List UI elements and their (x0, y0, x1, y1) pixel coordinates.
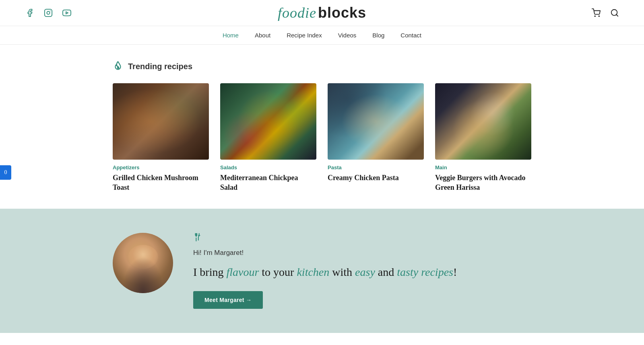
nav-item-recipe-index[interactable]: Recipe Index (287, 32, 322, 39)
header-actions (591, 8, 620, 18)
about-text: Hi! I'm Margaret! I bring flavour to you… (193, 233, 531, 309)
main-nav: Home About Recipe Index Videos Blog Cont… (0, 26, 644, 45)
about-avatar (113, 233, 173, 293)
recipe-title-1: Grilled Chicken Mushroom Toast (113, 173, 209, 193)
nav-item-videos[interactable]: Videos (338, 32, 357, 39)
youtube-icon[interactable] (61, 7, 72, 18)
search-icon[interactable] (609, 8, 620, 18)
tagline-italic2: kitchen (297, 266, 329, 278)
about-section: Hi! I'm Margaret! I bring flavour to you… (0, 209, 644, 333)
fork-knife-icon (193, 233, 531, 244)
recipe-image-3 (328, 83, 424, 160)
recipe-title-2: Mediterranean Chickpea Salad (220, 173, 316, 193)
svg-point-4 (599, 16, 599, 16)
meet-margaret-button[interactable]: Meet Margaret → (193, 291, 263, 309)
nav-item-home[interactable]: Home (223, 32, 239, 39)
svg-marker-2 (66, 12, 68, 14)
svg-line-6 (616, 14, 618, 16)
main-content: Trending recipes Appetizers Grilled Chic… (0, 45, 644, 209)
tagline-plain4: and (375, 266, 397, 278)
tagline-end: ! (453, 266, 457, 278)
sidebar-widget-label: 0 (4, 169, 7, 176)
flame-icon (113, 61, 124, 72)
recipe-image-4 (435, 83, 531, 160)
section-title-trending: Trending recipes (128, 62, 192, 71)
recipe-card-3[interactable]: Pasta Creamy Chicken Pasta (328, 83, 424, 193)
about-tagline: I bring flavour to your kitchen with eas… (193, 264, 531, 280)
social-links (24, 7, 72, 18)
header: foodie blocks (0, 0, 644, 26)
cart-icon[interactable] (591, 8, 601, 18)
tagline-plain3: with (329, 266, 355, 278)
nav-item-blog[interactable]: Blog (372, 32, 384, 39)
svg-rect-0 (45, 9, 52, 16)
nav-item-about[interactable]: About (255, 32, 270, 39)
tagline-plain1: I bring (193, 266, 226, 278)
recipe-category-4: Main (435, 164, 531, 170)
recipes-grid: Appetizers Grilled Chicken Mushroom Toas… (113, 83, 531, 193)
tagline-italic3: easy (355, 266, 375, 278)
recipe-title-4: Veggie Burgers with Avocado Green Hariss… (435, 173, 531, 193)
section-header-trending: Trending recipes (113, 61, 531, 72)
recipe-category-2: Salads (220, 164, 316, 170)
tagline-italic1: flavour (226, 266, 259, 278)
logo-blocks: blocks (318, 4, 366, 21)
svg-point-3 (594, 16, 595, 16)
facebook-icon[interactable] (24, 7, 35, 18)
site-logo[interactable]: foodie blocks (278, 4, 366, 21)
tagline-italic4: tasty recipes (397, 266, 453, 278)
recipe-card-4[interactable]: Main Veggie Burgers with Avocado Green H… (435, 83, 531, 193)
recipe-category-1: Appetizers (113, 164, 209, 170)
sidebar-widget[interactable]: 0 (0, 165, 11, 180)
recipe-title-3: Creamy Chicken Pasta (328, 173, 424, 183)
recipe-category-3: Pasta (328, 164, 424, 170)
logo-foodie: foodie (278, 4, 316, 21)
instagram-icon[interactable] (43, 7, 54, 18)
recipe-card-2[interactable]: Salads Mediterranean Chickpea Salad (220, 83, 316, 193)
nav-item-contact[interactable]: Contact (400, 32, 421, 39)
recipe-card-1[interactable]: Appetizers Grilled Chicken Mushroom Toas… (113, 83, 209, 193)
recipe-image-1 (113, 83, 209, 160)
tagline-plain2: to your (259, 266, 297, 278)
about-greeting: Hi! I'm Margaret! (193, 249, 531, 257)
recipe-image-2 (220, 83, 316, 160)
